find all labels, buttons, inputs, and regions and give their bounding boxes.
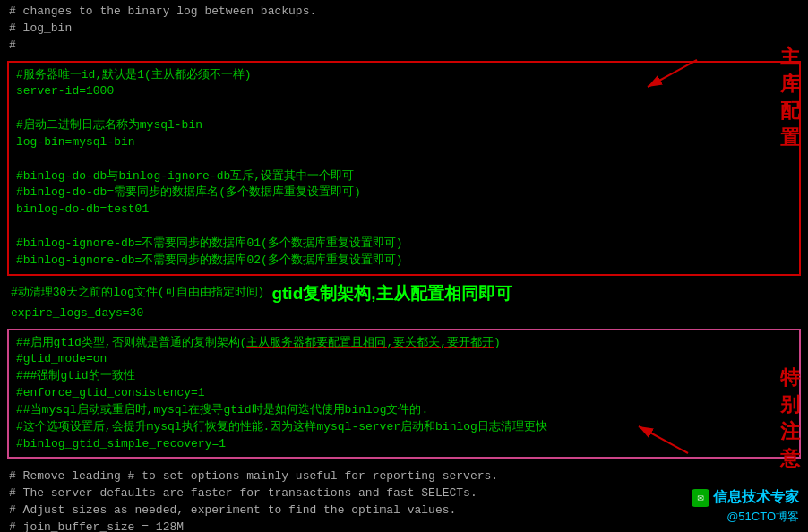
- tebie-arrow: [634, 422, 706, 458]
- section1-red-border: #服务器唯一id,默认是1(主从都必须不一样) server-id=1000 #…: [7, 61, 801, 276]
- watermark-title: 信息技术专家: [713, 488, 799, 507]
- svg-line-1: [648, 60, 697, 87]
- gtid-annotation-text: gtid复制架构,主从配置相同即可: [271, 282, 511, 305]
- bottom-section: # Remove leading # to set options mainly…: [0, 465, 808, 532]
- section1-code: #服务器唯一id,默认是1(主从都必须不一样) server-id=1000 #…: [16, 67, 792, 270]
- zhuku-label: 主库配置: [780, 44, 800, 151]
- main-container: # changes to the binary log between back…: [0, 0, 808, 532]
- tebie-label: 特别注意: [780, 365, 800, 472]
- watermark-subtitle: @51CTO博客: [692, 509, 799, 525]
- watermark: ✉ 信息技术专家 @51CTO博客: [692, 488, 799, 525]
- wechat-icon: ✉: [692, 489, 709, 507]
- top-section: # changes to the binary log between back…: [0, 0, 808, 58]
- expire-logs-line: expire_logs_days=30: [11, 305, 797, 322]
- zhuku-arrow: [643, 56, 715, 91]
- gtid-before-text: #动清理30天之前的log文件(可自由由指定时间): [11, 285, 264, 302]
- svg-line-3: [639, 426, 688, 453]
- gtid-section: #动清理30天之前的log文件(可自由由指定时间) gtid复制架构,主从配置相…: [4, 279, 804, 325]
- bottom-code: # Remove leading # to set options mainly…: [9, 468, 799, 532]
- top-code: # changes to the binary log between back…: [9, 4, 799, 55]
